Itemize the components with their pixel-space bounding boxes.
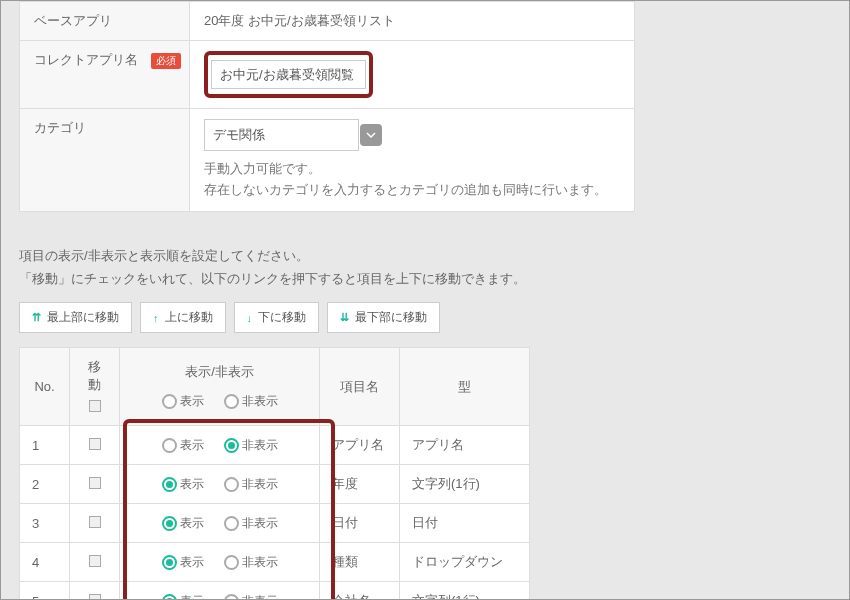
row-show-radio[interactable]: 表示 — [162, 593, 204, 600]
category-label: カテゴリ — [20, 109, 190, 212]
row-move-checkbox[interactable] — [89, 555, 101, 567]
table-row: 4 表示 非表示 種類 ドロップダウン — [20, 543, 530, 582]
row-move — [70, 465, 120, 504]
move-buttons: ⇈ 最上部に移動 ↑ 上に移動 ↓ 下に移動 ⇊ 最下部に移動 — [19, 302, 831, 333]
grid-table: No. 移動 表示/非表示 表示 — [19, 347, 530, 600]
arrow-down-icon: ↓ — [247, 312, 253, 324]
row-move-checkbox[interactable] — [89, 477, 101, 489]
category-select[interactable]: デモ関係 — [204, 119, 359, 151]
row-hide-radio[interactable]: 非表示 — [224, 476, 278, 493]
header-name: 項目名 — [320, 348, 400, 426]
row-name: 年度 — [320, 465, 400, 504]
row-name: 種類 — [320, 543, 400, 582]
table-row: 3 表示 非表示 日付 日付 — [20, 504, 530, 543]
row-name: 日付 — [320, 504, 400, 543]
move-top-button[interactable]: ⇈ 最上部に移動 — [19, 302, 132, 333]
base-app-label: ベースアプリ — [20, 2, 190, 41]
row-hide-radio[interactable]: 非表示 — [224, 554, 278, 571]
row-type: 文字列(1行) — [400, 465, 530, 504]
arrow-top-icon: ⇈ — [32, 311, 41, 324]
collect-name-label: コレクトアプリ名 必須 — [20, 41, 190, 109]
instructions: 項目の表示/非表示と表示順を設定してください。 「移動」にチェックをいれて、以下… — [19, 244, 831, 291]
row-show-radio[interactable]: 表示 — [162, 437, 204, 454]
table-row: 5 表示 非表示 会社名 文字列(1行) — [20, 582, 530, 600]
row-no: 5 — [20, 582, 70, 600]
header-hide-radio[interactable]: 非表示 — [224, 393, 278, 410]
row-visibility: 表示 非表示 — [120, 465, 320, 504]
row-no: 4 — [20, 543, 70, 582]
row-show-radio[interactable]: 表示 — [162, 554, 204, 571]
row-visibility: 表示 非表示 — [120, 543, 320, 582]
row-visibility: 表示 非表示 — [120, 582, 320, 600]
row-type: アプリ名 — [400, 426, 530, 465]
move-all-checkbox[interactable] — [89, 400, 101, 412]
move-up-button[interactable]: ↑ 上に移動 — [140, 302, 226, 333]
row-visibility: 表示 非表示 — [120, 426, 320, 465]
row-show-radio[interactable]: 表示 — [162, 476, 204, 493]
row-type: 日付 — [400, 504, 530, 543]
required-badge: 必須 — [151, 53, 181, 69]
row-move — [70, 582, 120, 600]
row-type: 文字列(1行) — [400, 582, 530, 600]
header-visibility: 表示/非表示 表示 非表示 — [120, 348, 320, 426]
row-no: 2 — [20, 465, 70, 504]
row-visibility: 表示 非表示 — [120, 504, 320, 543]
base-app-value: 20年度 お中元/お歳暮受領リスト — [190, 2, 635, 41]
table-row: 2 表示 非表示 年度 文字列(1行) — [20, 465, 530, 504]
chevron-down-icon[interactable] — [360, 124, 382, 146]
table-row: 1 表示 非表示 アプリ名 アプリ名 — [20, 426, 530, 465]
header-move: 移動 — [70, 348, 120, 426]
arrow-up-icon: ↑ — [153, 312, 159, 324]
collect-name-input[interactable] — [211, 60, 366, 89]
row-move-checkbox[interactable] — [89, 594, 101, 600]
move-bottom-button[interactable]: ⇊ 最下部に移動 — [327, 302, 440, 333]
category-hint2: 存在しないカテゴリを入力するとカテゴリの追加も同時に行います。 — [204, 180, 620, 201]
row-name: アプリ名 — [320, 426, 400, 465]
row-show-radio[interactable]: 表示 — [162, 515, 204, 532]
arrow-bottom-icon: ⇊ — [340, 311, 349, 324]
row-hide-radio[interactable]: 非表示 — [224, 515, 278, 532]
move-down-button[interactable]: ↓ 下に移動 — [234, 302, 320, 333]
row-no: 1 — [20, 426, 70, 465]
row-move-checkbox[interactable] — [89, 516, 101, 528]
form-table: ベースアプリ 20年度 お中元/お歳暮受領リスト コレクトアプリ名 必須 カテゴ… — [19, 1, 635, 212]
row-move — [70, 543, 120, 582]
header-no: No. — [20, 348, 70, 426]
row-move — [70, 426, 120, 465]
row-move — [70, 504, 120, 543]
row-type: ドロップダウン — [400, 543, 530, 582]
row-hide-radio[interactable]: 非表示 — [224, 593, 278, 600]
header-type: 型 — [400, 348, 530, 426]
row-no: 3 — [20, 504, 70, 543]
row-move-checkbox[interactable] — [89, 438, 101, 450]
header-show-radio[interactable]: 表示 — [162, 393, 204, 410]
collect-name-highlight — [204, 51, 373, 98]
category-hint1: 手動入力可能です。 — [204, 159, 620, 180]
row-name: 会社名 — [320, 582, 400, 600]
row-hide-radio[interactable]: 非表示 — [224, 437, 278, 454]
